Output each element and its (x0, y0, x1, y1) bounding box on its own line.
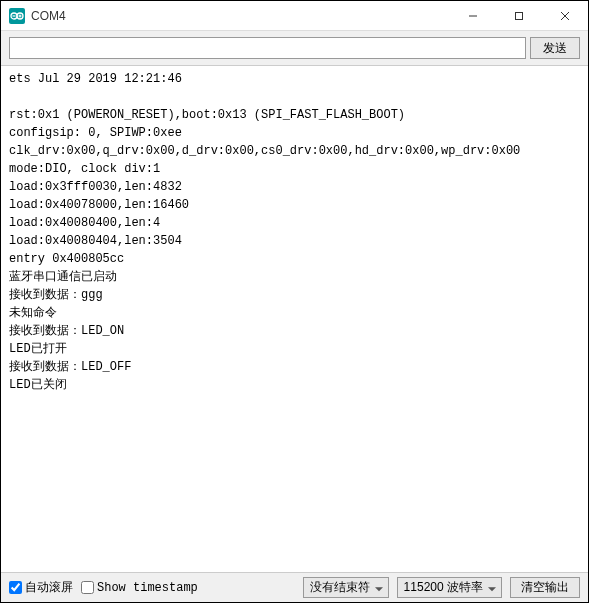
timestamp-checkbox[interactable]: Show timestamp (81, 581, 198, 595)
timestamp-label: Show timestamp (97, 581, 198, 595)
serial-monitor-window: COM4 发送 ets Jul 29 2019 12:21:46 rst:0x1… (0, 0, 589, 603)
baud-rate-select[interactable]: 115200 波特率 (397, 577, 502, 598)
minimize-button[interactable] (450, 1, 496, 30)
autoscroll-checkbox-input[interactable] (9, 581, 22, 594)
arduino-icon (9, 8, 25, 24)
serial-output[interactable]: ets Jul 29 2019 12:21:46 rst:0x1 (POWERO… (1, 66, 588, 572)
serial-input[interactable] (9, 37, 526, 59)
window-title: COM4 (31, 9, 450, 23)
maximize-button[interactable] (496, 1, 542, 30)
line-ending-selected: 没有结束符 (310, 579, 370, 596)
svg-rect-7 (516, 12, 523, 19)
bottom-bar: 自动滚屏 Show timestamp 没有结束符 115200 波特率 清空输… (1, 572, 588, 602)
clear-output-button[interactable]: 清空输出 (510, 577, 580, 598)
baud-rate-selected: 115200 波特率 (404, 579, 483, 596)
line-ending-select[interactable]: 没有结束符 (303, 577, 389, 598)
serial-input-row: 发送 (1, 31, 588, 66)
titlebar: COM4 (1, 1, 588, 31)
send-button[interactable]: 发送 (530, 37, 580, 59)
close-button[interactable] (542, 1, 588, 30)
autoscroll-label: 自动滚屏 (25, 579, 73, 596)
autoscroll-checkbox[interactable]: 自动滚屏 (9, 579, 73, 596)
window-controls (450, 1, 588, 30)
timestamp-checkbox-input[interactable] (81, 581, 94, 594)
